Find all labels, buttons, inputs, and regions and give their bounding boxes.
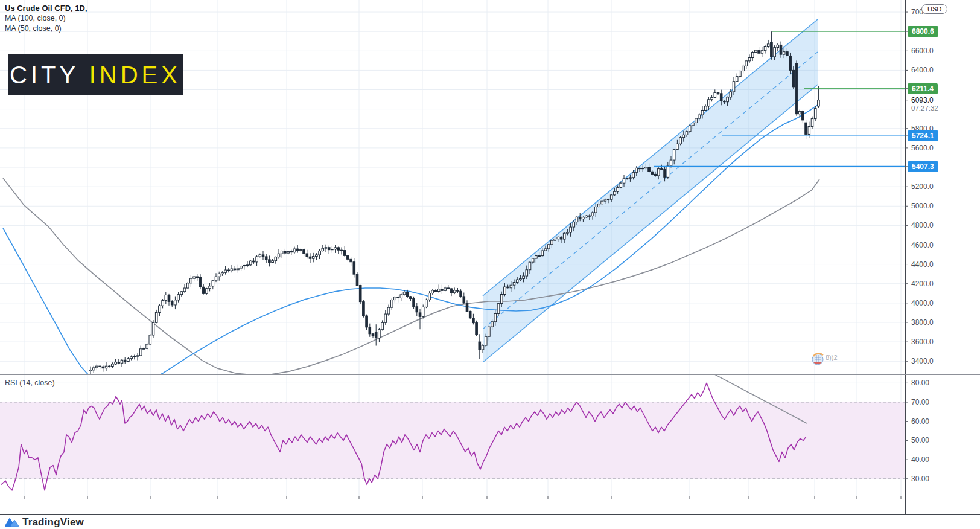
candle-down [363,302,365,316]
price-level-label[interactable]: 6211.4 [908,83,938,94]
candle-up [632,172,635,178]
price-axis-label: 4000.0 [911,299,934,307]
candle-up [387,307,390,314]
candle-up [278,254,280,257]
candle-down [340,250,343,251]
candle-up [667,166,669,177]
candle-up [177,295,180,300]
candle-up [272,261,274,263]
last-price-label: 6093.007:27:32 [911,96,938,112]
candle-up [146,344,148,348]
indicator-ma50-label[interactable]: MA (50, close, 0) [5,24,88,34]
candle-down [410,297,412,299]
candle-down [171,301,173,305]
candle-up [657,169,660,176]
rsi-axis-label: 80.00 [911,379,929,387]
candle-up [212,281,214,286]
rsi-axis-label: 50.00 [911,436,929,444]
currency-badge[interactable]: USD [921,4,947,14]
candle-down [118,362,120,364]
candle-up [162,301,164,306]
price-axis-label: 4200.0 [911,280,934,288]
price-level-label[interactable]: 5407.3 [908,161,938,172]
rsi-axis-label: 30.00 [911,475,929,483]
candle-down [347,255,349,259]
candle-down [309,257,311,258]
candle-up [334,248,337,249]
candle-up [594,207,597,213]
candle-up [585,216,588,217]
candle-up [190,278,192,283]
candle-down [661,169,663,170]
candle-up [400,295,402,298]
tradingview-logo-text: TradingView [22,516,84,528]
candle-down [717,92,719,93]
price-axis-label: 6600.0 [911,46,934,55]
indicator-ma100-label[interactable]: MA (100, close, 0) [5,13,88,24]
candle-up [544,249,547,251]
candle-down [460,291,462,297]
tradingview-logo[interactable]: TradingView [5,516,84,528]
candle-up [121,360,123,363]
candle-up [673,150,675,160]
candle-down [196,277,199,278]
rsi-indicator-label[interactable]: RSI (14, close) [5,379,55,387]
price-axis-label: 5000.0 [911,202,934,210]
price-axis-label: 4600.0 [911,241,934,249]
time-axis[interactable]: AprMayJunJulAugSepOctNovDec2021FebMarApr… [0,496,905,514]
tradingview-mountain-icon [5,517,19,528]
price-axis-label: 3600.0 [911,338,934,346]
candle-up [165,295,167,300]
rsi-axis-label: 70.00 [911,398,929,406]
candle-up [767,44,769,47]
city-index-logo-index: INDEX [89,62,181,89]
symbol-title[interactable]: Us Crude Oil CFD, 1D, [5,3,88,13]
candle-down [472,318,475,323]
candle-up [319,251,321,255]
candle-up [598,204,600,207]
candle-down [306,254,308,257]
candle-up [755,50,757,52]
candle-up [591,213,594,216]
candle-down [651,172,654,174]
price-axis-label: 4400.0 [911,260,934,269]
price-level-label[interactable]: 5724.1 [908,130,938,141]
candle-up [617,187,619,191]
candle-down [99,366,101,367]
candle-up [221,272,224,274]
candle-up [149,335,151,344]
candle-down [265,257,267,260]
candle-up [384,314,387,322]
candle-down [413,298,415,306]
candle-up [563,233,565,239]
candle-up [316,255,318,257]
candle-down [234,269,236,270]
candle-up [243,265,246,266]
watermark-text: 8))2 [826,354,838,361]
bar-countdown: 07:27:32 [911,104,938,112]
candle-down [664,169,666,177]
candle-down [202,287,205,293]
candle-up [582,217,585,219]
candle-up [601,201,603,204]
candle-up [733,82,735,92]
candle-up [246,265,249,266]
candle-up [287,251,290,253]
candle-up [573,222,575,227]
candle-up [576,217,578,222]
price-level-label[interactable]: 6800.6 [908,26,938,37]
candle-up [249,261,252,265]
candle-up [136,356,139,356]
trend-channel[interactable] [483,19,818,362]
candle-up [701,110,704,115]
chart-window: 8))2 Us Crude Oil CFD, 1D, MA (100, clos… [0,0,980,529]
price-axis[interactable]: 7000.06600.06400.05800.05600.05200.05000… [905,0,980,496]
candle-up [557,237,559,239]
candle-down [303,250,305,254]
candle-up [695,118,698,123]
candle-up [742,66,745,71]
candle-down [353,262,355,274]
candle-down [284,251,287,253]
candle-up [774,48,776,57]
candle-down [447,288,450,289]
